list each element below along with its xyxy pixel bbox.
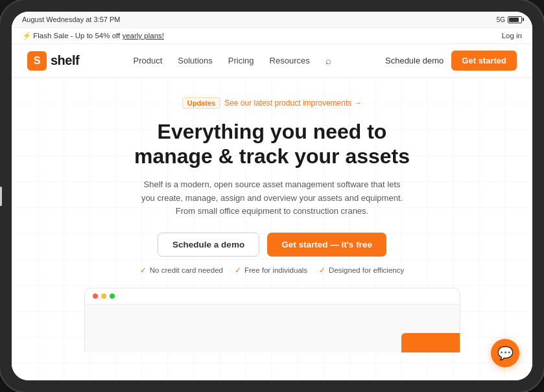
app-preview-content	[85, 305, 460, 350]
hero-subtext: Shelf is a modern, open source asset man…	[136, 178, 408, 218]
cta-buttons: Schedule a demo Get started — it's free	[158, 233, 386, 257]
get-started-free-button[interactable]: Get started — it's free	[267, 233, 386, 257]
updates-badge: Updates See our latest product improveme…	[182, 97, 362, 109]
status-time: August Wednesday at 3:57 PM	[22, 16, 120, 23]
check-icon-3: ✓	[319, 266, 325, 275]
hero-heading: Everything you need to manage & track yo…	[134, 119, 410, 169]
logo-text: shelf	[51, 53, 79, 68]
volume-button	[0, 187, 2, 206]
flash-banner: ⚡ Flash Sale - Up to 54% off yearly plan…	[12, 28, 532, 44]
battery-fill	[509, 17, 519, 22]
traffic-light-yellow	[101, 294, 106, 299]
updates-text: See our latest product improvements →	[224, 98, 362, 108]
status-indicators: 5G	[497, 16, 522, 23]
main-content: Updates See our latest product improveme…	[12, 78, 532, 380]
perks-row: ✓ No credit card needed ✓ Free for indiv…	[140, 266, 404, 275]
flash-emoji: ⚡	[22, 32, 31, 40]
chat-icon: 💬	[497, 345, 514, 361]
nav-resources[interactable]: Resources	[270, 56, 310, 65]
login-link[interactable]: Log in	[502, 32, 522, 40]
hero-section: Updates See our latest product improveme…	[12, 78, 532, 365]
chat-button[interactable]: 💬	[491, 339, 519, 367]
traffic-light-green	[110, 294, 115, 299]
tablet-frame: August Wednesday at 3:57 PM 5G ⚡ Flash S…	[0, 0, 544, 392]
tablet-screen: August Wednesday at 3:57 PM 5G ⚡ Flash S…	[12, 12, 532, 380]
schedule-a-demo-button[interactable]: Schedule a demo	[158, 233, 259, 257]
signal-indicator: 5G	[497, 16, 505, 23]
nav-solutions[interactable]: Solutions	[178, 56, 212, 65]
flash-sale-text: Flash Sale - Up to 54% off	[33, 32, 122, 40]
nav-actions: Schedule demo Get started	[385, 51, 517, 71]
app-preview-orange-strip	[401, 333, 460, 352]
check-icon-1: ✓	[140, 266, 147, 275]
logo-icon: S	[27, 51, 47, 71]
perk-efficiency: ✓ Designed for efficiency	[319, 266, 404, 275]
perk-free-individuals: ✓ Free for individuals	[235, 266, 307, 275]
flash-text: ⚡ Flash Sale - Up to 54% off yearly plan…	[22, 31, 164, 40]
nav-product[interactable]: Product	[134, 56, 163, 65]
yearly-plans-link[interactable]: yearly plans!	[122, 32, 164, 40]
updates-label: Updates	[182, 97, 220, 109]
navbar: S shelf Product Solutions Pricing Resour…	[12, 44, 532, 78]
nav-pricing[interactable]: Pricing	[228, 56, 254, 65]
perk-no-credit-card: ✓ No credit card needed	[140, 266, 223, 275]
battery-icon	[508, 16, 522, 23]
check-icon-2: ✓	[235, 266, 241, 275]
app-preview-titlebar	[85, 288, 460, 305]
app-preview	[84, 288, 460, 352]
traffic-light-red	[93, 294, 98, 299]
status-bar: August Wednesday at 3:57 PM 5G	[12, 12, 532, 28]
logo: S shelf	[27, 51, 79, 71]
nav-links: Product Solutions Pricing Resources ⌕	[134, 55, 331, 66]
schedule-demo-button[interactable]: Schedule demo	[385, 56, 443, 65]
get-started-nav-button[interactable]: Get started	[451, 51, 517, 71]
search-icon[interactable]: ⌕	[325, 55, 331, 66]
